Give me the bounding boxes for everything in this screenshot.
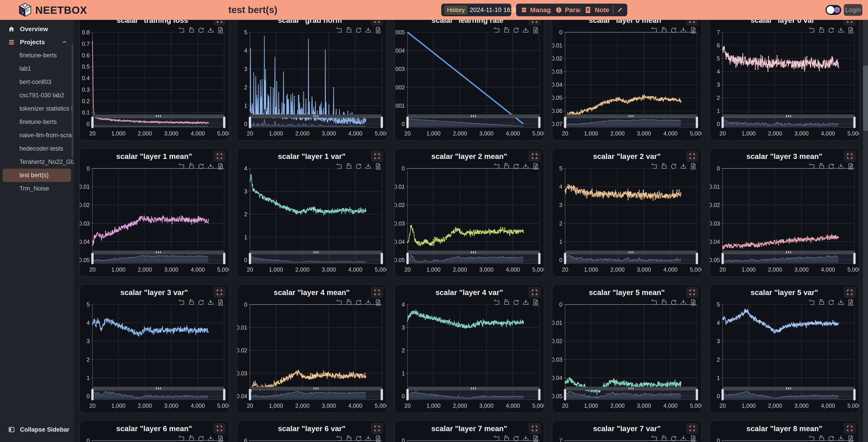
data-view-icon[interactable]: [847, 299, 854, 306]
restore-icon[interactable]: [670, 435, 677, 442]
datazoom-icon[interactable]: [808, 163, 815, 170]
datazoom-reset-icon[interactable]: [503, 435, 510, 442]
save-image-icon[interactable]: [365, 299, 372, 306]
save-image-icon[interactable]: [522, 299, 529, 306]
restore-icon[interactable]: [355, 435, 362, 442]
datazoom-reset-icon[interactable]: [503, 163, 510, 170]
datazoom-reset-icon[interactable]: [188, 299, 195, 306]
theme-toggle[interactable]: [826, 5, 841, 15]
save-image-icon[interactable]: [207, 435, 214, 442]
sidebar-item-overview[interactable]: Overview: [0, 23, 74, 36]
restore-icon[interactable]: [670, 299, 677, 306]
save-image-icon[interactable]: [207, 163, 214, 170]
datazoom-icon[interactable]: [808, 299, 815, 306]
expand-chart-button[interactable]: [686, 150, 698, 162]
datazoom-icon[interactable]: [493, 27, 500, 34]
datazoom-icon[interactable]: [178, 163, 185, 170]
datazoom-reset-icon[interactable]: [660, 435, 667, 442]
restore-icon[interactable]: [670, 27, 677, 34]
data-view-icon[interactable]: [532, 163, 539, 170]
save-image-icon[interactable]: [365, 27, 372, 34]
expand-chart-button[interactable]: [371, 150, 383, 162]
restore-icon[interactable]: [197, 435, 204, 442]
datazoom-icon[interactable]: [178, 299, 185, 306]
save-image-icon[interactable]: [522, 435, 529, 442]
sidebar-item-project[interactable]: Terahertz_No22_Gl261_gl...: [0, 155, 74, 169]
restore-icon[interactable]: [828, 27, 835, 34]
neetbox-logo[interactable]: NEETBOX: [18, 3, 87, 18]
data-view-icon[interactable]: [690, 435, 696, 442]
expand-chart-button[interactable]: [844, 423, 856, 434]
datazoom-icon[interactable]: [336, 27, 342, 34]
save-image-icon[interactable]: [837, 27, 844, 34]
data-view-icon[interactable]: [375, 27, 381, 34]
data-view-icon[interactable]: [847, 27, 854, 34]
datazoom-icon[interactable]: [493, 163, 500, 170]
restore-icon[interactable]: [355, 163, 362, 170]
datazoom-reset-icon[interactable]: [503, 27, 510, 34]
sidebar-item-project[interactable]: naive-llm-from-scratch: [0, 129, 74, 142]
save-image-icon[interactable]: [680, 435, 687, 442]
datazoom-reset-icon[interactable]: [345, 27, 352, 34]
restore-icon[interactable]: [828, 299, 835, 306]
sidebar-item-project[interactable]: tokenizer statistics llama...: [0, 102, 74, 115]
restore-icon[interactable]: [513, 299, 520, 306]
expand-chart-button[interactable]: [686, 423, 698, 434]
datazoom-reset-icon[interactable]: [818, 299, 825, 306]
datazoom-icon[interactable]: [336, 299, 342, 306]
expand-chart-button[interactable]: [844, 287, 856, 298]
data-view-icon[interactable]: [690, 27, 696, 34]
expand-chart-button[interactable]: [686, 287, 698, 298]
datazoom-icon[interactable]: [178, 27, 185, 34]
datazoom-icon[interactable]: [651, 163, 657, 170]
restore-icon[interactable]: [355, 27, 362, 34]
collapse-sidebar-button[interactable]: Collapse Sidebar: [0, 423, 82, 436]
restore-icon[interactable]: [197, 163, 204, 170]
expand-chart-button[interactable]: [844, 150, 856, 162]
data-view-icon[interactable]: [690, 299, 696, 306]
save-image-icon[interactable]: [680, 163, 687, 170]
datazoom-reset-icon[interactable]: [345, 435, 352, 442]
expand-chart-button[interactable]: [371, 287, 383, 298]
page-scrollbar-thumb[interactable]: [863, 65, 868, 131]
save-image-icon[interactable]: [837, 163, 844, 170]
data-view-icon[interactable]: [690, 163, 696, 170]
data-view-icon[interactable]: [532, 27, 539, 34]
data-view-icon[interactable]: [532, 435, 539, 442]
expand-chart-button[interactable]: [213, 423, 225, 434]
datazoom-reset-icon[interactable]: [345, 299, 352, 306]
sidebar-scrollbar[interactable]: [72, 45, 73, 158]
datazoom-reset-icon[interactable]: [660, 163, 667, 170]
restore-icon[interactable]: [197, 299, 204, 306]
datazoom-icon[interactable]: [651, 299, 657, 306]
sidebar-item-project[interactable]: Trm_Noise: [0, 182, 74, 195]
datazoom-icon[interactable]: [336, 163, 342, 170]
datazoom-reset-icon[interactable]: [660, 299, 667, 306]
data-view-icon[interactable]: [375, 163, 381, 170]
datazoom-reset-icon[interactable]: [660, 27, 667, 34]
restore-icon[interactable]: [670, 163, 677, 170]
data-view-icon[interactable]: [217, 299, 224, 306]
datazoom-reset-icon[interactable]: [188, 435, 195, 442]
data-view-icon[interactable]: [375, 435, 381, 442]
sidebar-item-project[interactable]: csc791-030 lab2: [0, 89, 74, 102]
pencil-icon[interactable]: [617, 7, 623, 13]
data-view-icon[interactable]: [532, 299, 539, 306]
save-image-icon[interactable]: [207, 299, 214, 306]
sidebar-item-project[interactable]: hedecoder-tests: [0, 142, 74, 155]
datazoom-icon[interactable]: [808, 27, 815, 34]
datazoom-icon[interactable]: [493, 435, 500, 442]
save-image-icon[interactable]: [680, 299, 687, 306]
restore-icon[interactable]: [513, 435, 520, 442]
data-view-icon[interactable]: [217, 163, 224, 170]
datazoom-reset-icon[interactable]: [818, 435, 825, 442]
expand-chart-button[interactable]: [528, 423, 541, 434]
sidebar-item-project[interactable]: finetune-berts: [0, 115, 74, 129]
datazoom-icon[interactable]: [651, 435, 657, 442]
sidebar-group-projects[interactable]: Projects: [0, 36, 74, 49]
save-image-icon[interactable]: [365, 163, 372, 170]
expand-chart-button[interactable]: [213, 287, 225, 298]
expand-chart-button[interactable]: [528, 150, 541, 162]
restore-icon[interactable]: [513, 27, 520, 34]
data-view-icon[interactable]: [375, 299, 381, 306]
